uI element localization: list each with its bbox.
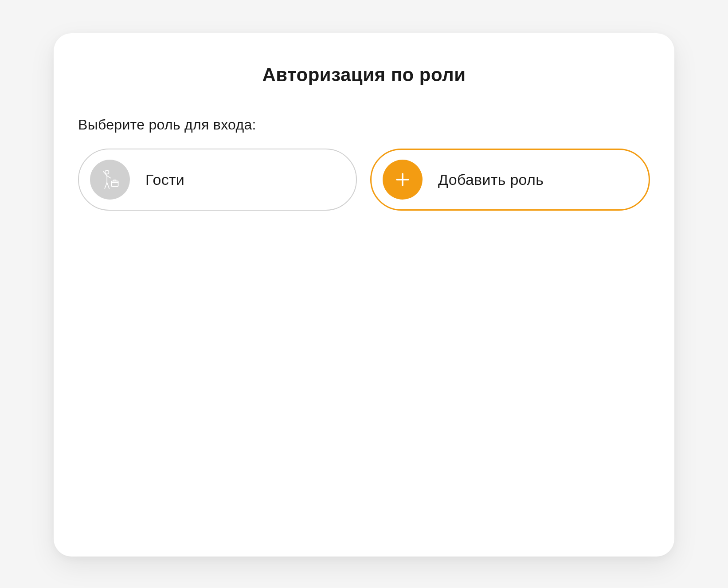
- select-role-prompt: Выберите роль для входа:: [78, 117, 650, 133]
- auth-card: Авторизация по роли Выберите роль для вх…: [54, 33, 674, 557]
- card-title: Авторизация по роли: [78, 64, 650, 86]
- svg-rect-1: [111, 181, 118, 186]
- role-guest-label: Гости: [145, 171, 184, 188]
- add-role-button[interactable]: Добавить роль: [370, 149, 650, 211]
- plus-icon: [383, 160, 423, 200]
- roles-row: Гости Добавить роль: [78, 149, 650, 211]
- role-guest-button[interactable]: Гости: [78, 149, 357, 211]
- add-role-label: Добавить роль: [438, 171, 544, 188]
- guest-icon: [90, 160, 130, 200]
- svg-point-0: [105, 170, 109, 174]
